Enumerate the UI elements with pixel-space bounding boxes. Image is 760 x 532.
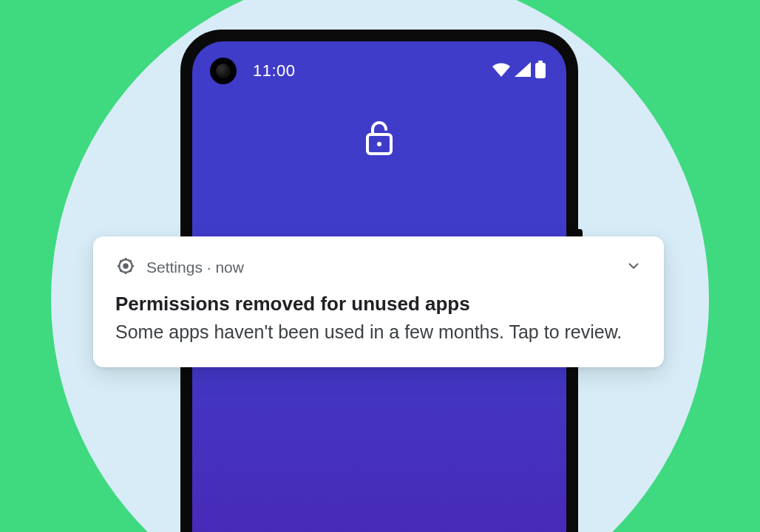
lock-indicator bbox=[192, 120, 566, 158]
wifi-icon bbox=[492, 62, 510, 80]
notification-app-label: Settings · now bbox=[146, 259, 244, 276]
svg-rect-1 bbox=[535, 63, 546, 78]
signal-icon bbox=[515, 62, 531, 80]
notification-time: now bbox=[215, 259, 244, 276]
chevron-down-icon[interactable] bbox=[625, 258, 642, 277]
notification-title: Permissions removed for unused apps bbox=[115, 293, 642, 316]
svg-point-4 bbox=[123, 263, 128, 268]
status-bar: 11:00 bbox=[192, 61, 566, 81]
notification-card[interactable]: Settings · now Permissions removed for u… bbox=[93, 236, 664, 367]
battery-icon bbox=[535, 61, 546, 81]
svg-point-3 bbox=[377, 142, 381, 146]
gear-icon bbox=[115, 256, 136, 279]
notification-app-name: Settings bbox=[146, 259, 203, 276]
notification-body: Some apps haven't been used in a few mon… bbox=[115, 320, 642, 345]
notification-header: Settings · now bbox=[115, 256, 642, 279]
status-clock: 11:00 bbox=[253, 61, 296, 81]
svg-rect-0 bbox=[538, 61, 543, 63]
status-icons bbox=[492, 61, 546, 81]
unlock-icon bbox=[364, 120, 394, 158]
